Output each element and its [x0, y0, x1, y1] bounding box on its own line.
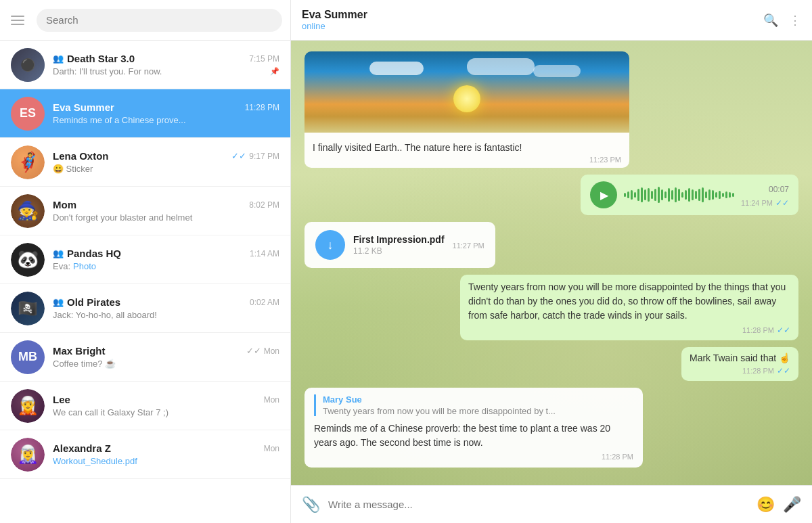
messages-area: I finally visited Earth.. The nature her…	[291, 41, 812, 485]
chat-name: Mom	[53, 199, 76, 210]
chat-name: Eva Summer	[53, 101, 114, 113]
message-time: 11:28 PM	[602, 453, 633, 461]
chat-info: Alexandra Z Mon Workout_Shedule.pdf	[53, 442, 279, 466]
chat-time: 9:17 PM	[249, 152, 279, 161]
chat-header-info: Eva Summer online	[302, 9, 763, 31]
quote-bubble: Mary Sue Twenty years from now you will …	[304, 388, 643, 468]
chat-info: 👥 Death Star 3.0 7:15 PM Darth: I'll tru…	[53, 53, 279, 76]
chat-preview: 😀 Sticker	[53, 164, 279, 174]
search-bar	[0, 0, 290, 41]
file-info: First Impression.pdf 11.2 KB	[353, 234, 445, 256]
chat-name: Lee	[53, 394, 70, 405]
chat-name: Alexandra Z	[53, 442, 111, 454]
chat-preview: Coffee time? ☕	[53, 359, 279, 369]
chat-list: ⚫ 👥 Death Star 3.0 7:15 PM Darth: I'll t…	[0, 41, 290, 523]
chat-time: 1:14 AM	[250, 249, 279, 258]
chat-time: 8:02 PM	[249, 200, 279, 210]
chat-preview: We can call it Galaxy Star 7 ;)	[53, 407, 279, 417]
chat-time: Mon	[264, 444, 279, 453]
message-text: Mark Twain said that ☝	[690, 353, 790, 363]
message-photo-caption: I finally visited Earth.. The nature her…	[304, 51, 629, 168]
message-input[interactable]	[328, 499, 748, 510]
chat-info: Eva Summer 11:28 PM Reminds me of a Chin…	[53, 101, 279, 125]
avatar-eva-summer: ES	[11, 97, 45, 131]
download-icon: ↓	[328, 238, 334, 252]
microphone-icon[interactable]: 🎤	[783, 496, 801, 514]
photo-caption: I finally visited Earth.. The nature her…	[313, 142, 621, 153]
chat-item-death-star[interactable]: ⚫ 👥 Death Star 3.0 7:15 PM Darth: I'll t…	[0, 41, 290, 89]
attach-icon[interactable]: 📎	[302, 496, 320, 514]
chat-header-name: Eva Summer	[302, 9, 763, 21]
message-text-long: Twenty years from now you will be more d…	[460, 275, 798, 340]
chat-time: Mon	[264, 346, 279, 356]
read-check: ✓✓	[231, 151, 246, 161]
play-button[interactable]: ▶	[590, 181, 617, 208]
message-time: 11:27 PM	[453, 242, 484, 250]
chat-panel: Eva Summer online 🔍 ⋮ I finally visite	[291, 0, 812, 523]
file-bubble: ↓ First Impression.pdf 11.2 KB 11:27 PM	[304, 222, 495, 268]
chat-item-lee[interactable]: 🧝 Lee Mon We can call it Galaxy Star 7 ;…	[0, 382, 290, 430]
chat-name: 👥 Old Pirates	[53, 296, 120, 308]
chat-item-lena-oxton[interactable]: 🦸 Lena Oxton ✓✓ 9:17 PM 😀 Sticker	[0, 138, 290, 187]
input-area: 📎 😊 🎤	[291, 485, 812, 523]
chat-item-alexandra-z[interactable]: 🧝‍♀️ Alexandra Z Mon Workout_Shedule.pdf	[0, 430, 290, 479]
chat-name: Max Bright	[53, 345, 106, 357]
text-bubble: Mark Twain said that ☝ 11:28 PM ✓✓	[681, 347, 798, 381]
voice-meta: 00:07 11:24 PM ✓✓	[741, 182, 789, 208]
chat-item-old-pirates[interactable]: 🏴‍☠️ 👥 Old Pirates 0:02 AM Jack: Yo-ho-h…	[0, 284, 290, 333]
chat-name: 👥 Death Star 3.0	[53, 53, 135, 64]
chat-name: 👥 Pandas HQ	[53, 248, 121, 259]
chat-header: Eva Summer online 🔍 ⋮	[291, 0, 812, 41]
message-text: Twenty years from now you will be more d…	[468, 280, 790, 323]
avatar-max-bright: MB	[11, 340, 45, 374]
quote-author: Mary Sue	[323, 394, 633, 405]
chat-item-max-bright[interactable]: MB Max Bright ✓✓ Mon Coffee time? ☕	[0, 333, 290, 382]
search-input[interactable]	[46, 14, 273, 26]
chat-preview: Don't forget your blaster and helmet	[53, 212, 279, 223]
chat-info: Max Bright ✓✓ Mon Coffee time? ☕	[53, 345, 279, 369]
read-check: ✓✓	[777, 325, 790, 335]
chat-list-panel: ⚫ 👥 Death Star 3.0 7:15 PM Darth: I'll t…	[0, 0, 291, 523]
voice-duration: 00:07	[769, 185, 789, 194]
chat-item-mom[interactable]: 🧙 Mom 8:02 PM Don't forget your blaster …	[0, 187, 290, 235]
chat-time: 0:02 AM	[250, 298, 279, 307]
play-icon: ▶	[600, 189, 608, 202]
chat-info: 👥 Old Pirates 0:02 AM Jack: Yo-ho-ho, al…	[53, 296, 279, 320]
emoji-icon[interactable]: 😊	[757, 496, 775, 514]
chat-preview: Jack: Yo-ho-ho, all aboard!	[53, 310, 279, 320]
chat-info: 👥 Pandas HQ 1:14 AM Eva: Photo	[53, 248, 279, 271]
read-check: ✓✓	[775, 198, 789, 208]
file-name: First Impression.pdf	[353, 234, 445, 245]
message-time: 11:24 PM	[741, 199, 773, 207]
download-button[interactable]: ↓	[315, 230, 345, 260]
header-actions: 🔍 ⋮	[763, 13, 801, 28]
chat-preview: Darth: I'll trust you. For now. 📌	[53, 66, 279, 76]
chat-preview: Reminds me of a Chinese prove...	[53, 115, 279, 125]
message-time: 11:28 PM	[742, 326, 774, 334]
search-wrapper[interactable]	[37, 9, 282, 32]
message-quote: Mary Sue Twenty years from now you will …	[304, 388, 643, 468]
chat-item-eva-summer[interactable]: ES Eva Summer 11:28 PM Reminds me of a C…	[0, 89, 290, 138]
message-text-short: Mark Twain said that ☝ 11:28 PM ✓✓	[681, 347, 798, 381]
chat-info: Lee Mon We can call it Galaxy Star 7 ;)	[53, 394, 279, 417]
quote-body: Reminds me of a Chinese proverb: the bes…	[314, 422, 633, 450]
chat-time: 7:15 PM	[249, 54, 279, 64]
message-time: 11:23 PM	[589, 156, 621, 164]
hamburger-menu[interactable]	[8, 13, 27, 28]
voice-bubble: ▶	[581, 175, 798, 215]
file-size: 11.2 KB	[353, 246, 445, 256]
message-file: ↓ First Impression.pdf 11.2 KB 11:27 PM	[304, 222, 495, 268]
search-icon[interactable]: 🔍	[763, 13, 778, 28]
chat-name: Lena Oxton	[53, 150, 109, 162]
message-time: 11:28 PM	[742, 367, 774, 375]
waveform	[624, 185, 734, 205]
chat-preview: Workout_Shedule.pdf	[53, 456, 279, 466]
quote-text: Twenty years from now you will be more d…	[323, 406, 621, 416]
read-check: ✓✓	[777, 366, 790, 376]
more-options-icon[interactable]: ⋮	[789, 13, 801, 28]
chat-item-pandas-hq[interactable]: 🐼 👥 Pandas HQ 1:14 AM Eva: Photo	[0, 235, 290, 284]
message-voice: ▶	[581, 175, 798, 215]
text-bubble: Twenty years from now you will be more d…	[460, 275, 798, 340]
quote-bar: Mary Sue Twenty years from now you will …	[314, 394, 633, 416]
chat-time: 11:28 PM	[245, 103, 279, 112]
